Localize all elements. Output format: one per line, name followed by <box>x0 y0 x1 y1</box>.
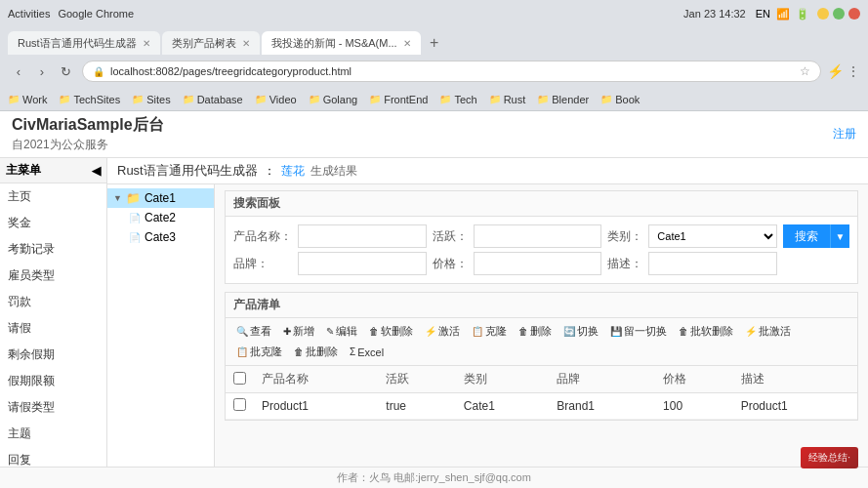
batch-clone-button[interactable]: 📋 批克隆 <box>231 343 287 361</box>
tree-label-cate1: Cate1 <box>145 191 176 205</box>
sidebar-item-bonus[interactable]: 奖金 <box>0 210 106 236</box>
price-input[interactable] <box>474 252 602 275</box>
row-name: Product1 <box>254 393 378 420</box>
clone-button[interactable]: 📋 克隆 <box>467 322 512 341</box>
batch-delete-icon: 🗑 <box>294 346 304 357</box>
row-checkbox[interactable] <box>226 393 254 420</box>
product-list-panel: 产品清单 🔍 查看 ✚ 新增 <box>225 292 858 421</box>
tree-item-cate2[interactable]: 📄 Cate2 <box>123 208 214 227</box>
soft-delete-button[interactable]: 🗑 软删除 <box>364 322 418 341</box>
sidebar-item-leave-type[interactable]: 请假类型 <box>0 394 106 421</box>
table-row[interactable]: Product1 true Cate1 Brand1 100 Product1 <box>226 393 857 420</box>
sidebar-item-remaining-leave[interactable]: 剩余假期 <box>0 342 106 368</box>
menu-icon[interactable]: ⋮ <box>847 63 860 79</box>
bookmark-frontend[interactable]: 📁 FrontEnd <box>369 94 428 105</box>
sidebar-toggle[interactable]: ◀ <box>92 164 101 178</box>
star-icon[interactable]: ☆ <box>800 64 810 78</box>
product-name-input[interactable] <box>298 224 427 248</box>
bookmark-work[interactable]: 📁 Work <box>8 94 47 105</box>
tree-label-cate3: Cate3 <box>145 230 176 244</box>
soft-delete-icon: 🗑 <box>369 326 379 337</box>
select-all-checkbox[interactable] <box>233 372 246 385</box>
edit-icon: ✎ <box>326 326 334 337</box>
sidebar-title: 主菜单 <box>6 162 41 179</box>
list-toolbar: 🔍 查看 ✚ 新增 ✎ 编辑 <box>226 318 857 366</box>
product-table: 产品名称 活跃 类别 品牌 价格 描述 <box>226 366 857 420</box>
sidebar-item-home[interactable]: 主页 <box>0 183 106 210</box>
sidebar-item-leave[interactable]: 请假 <box>0 315 106 342</box>
delete-label: 删除 <box>530 324 552 339</box>
row-select-checkbox[interactable] <box>233 398 246 411</box>
breadcrumb-link[interactable]: 莲花 <box>281 163 305 180</box>
activate-icon: ⚡ <box>425 326 436 337</box>
back-button[interactable]: ‹ <box>8 61 29 82</box>
sidebar-item-penalty[interactable]: 罚款 <box>0 289 106 315</box>
active-input[interactable] <box>474 224 602 248</box>
sidebar-item-reply[interactable]: 回复 <box>0 447 106 467</box>
extension-icon[interactable]: ⚡ <box>827 63 844 79</box>
add-button[interactable]: ✚ 新增 <box>278 322 319 341</box>
col-header-price: 价格 <box>655 366 733 393</box>
sys-icon-battery: 🔋 <box>796 8 809 20</box>
row-brand: Brand1 <box>549 393 655 420</box>
delete-button[interactable]: 🗑 删除 <box>514 322 557 341</box>
window-close-btn[interactable] <box>848 8 860 20</box>
keep-one-toggle-button[interactable]: 💾 留一切换 <box>605 322 672 341</box>
excel-button[interactable]: Σ Excel <box>345 345 389 360</box>
tab-news[interactable]: 我投递的新闻 - MS&A(M... ✕ <box>262 31 421 55</box>
bookmark-techsites[interactable]: 📁 TechSites <box>59 94 120 105</box>
category-select[interactable]: Cate1 Cate2 Cate3 <box>648 224 777 248</box>
sidebar-item-attendance[interactable]: 考勤记录 <box>0 236 106 263</box>
toggle-button[interactable]: 🔄 切换 <box>558 322 603 341</box>
tab-rust-generator[interactable]: Rust语言通用代码生成器 ✕ <box>8 31 160 55</box>
price-label: 价格： <box>433 256 468 272</box>
sidebar-item-employee-type[interactable]: 雇员类型 <box>0 263 106 289</box>
activities-label[interactable]: Activities <box>8 8 50 20</box>
tab-label-category: 类别产品树表 <box>172 36 236 51</box>
tree-item-cate3[interactable]: 📄 Cate3 <box>123 227 214 247</box>
watermark: 经验总结· <box>801 447 858 468</box>
view-button[interactable]: 🔍 查看 <box>231 322 276 341</box>
bookmark-database[interactable]: 📁 Database <box>183 94 243 105</box>
tree-container: ▼ 📁 Cate1 📄 Cate2 📄 Cate3 <box>107 184 214 251</box>
tab-category-product[interactable]: 类别产品树表 ✕ <box>162 31 260 55</box>
tab-close-category[interactable]: ✕ <box>242 38 250 49</box>
sidebar-item-leave-limit[interactable]: 假期限额 <box>0 368 106 394</box>
bookmark-sites[interactable]: 📁 Sites <box>132 94 170 105</box>
col-header-description: 描述 <box>733 366 857 393</box>
bookmark-rust[interactable]: 📁 Rust <box>489 94 526 105</box>
sidebar-item-topic[interactable]: 主题 <box>0 421 106 447</box>
window-maximize-btn[interactable] <box>833 8 845 20</box>
register-button[interactable]: 注册 <box>833 126 856 142</box>
new-tab-button[interactable]: + <box>423 31 446 55</box>
forward-button[interactable]: › <box>31 61 53 82</box>
bookmark-golang[interactable]: 📁 Golang <box>309 94 357 105</box>
tree-item-cate1[interactable]: ▼ 📁 Cate1 <box>107 188 214 208</box>
batch-delete-button[interactable]: 🗑 批删除 <box>289 343 343 361</box>
bookmark-blender[interactable]: 📁 Blender <box>537 94 589 105</box>
tab-close-rust[interactable]: ✕ <box>143 38 150 49</box>
description-label: 描述： <box>607 256 642 272</box>
address-bar[interactable]: 🔒 localhost:8082/pages/treegridcategoryp… <box>82 61 821 82</box>
description-input[interactable] <box>648 252 777 275</box>
activate-button[interactable]: ⚡ 激活 <box>420 322 465 341</box>
batch-soft-delete-button[interactable]: 🗑 批软删除 <box>674 322 738 341</box>
search-button[interactable]: 搜索 <box>783 224 830 248</box>
edit-button[interactable]: ✎ 编辑 <box>321 322 362 341</box>
bookmark-book[interactable]: 📁 Book <box>600 94 640 105</box>
search-dropdown-button[interactable]: ▼ <box>830 224 849 248</box>
search-panel-title: 搜索面板 <box>226 191 857 217</box>
brand-input[interactable] <box>298 252 427 275</box>
bookmark-tech[interactable]: 📁 Tech <box>439 94 476 105</box>
tab-close-news[interactable]: ✕ <box>403 38 411 49</box>
batch-activate-button[interactable]: ⚡ 批激活 <box>740 322 796 341</box>
breadcrumb: Rust语言通用代码生成器 ： 莲花 生成结果 <box>107 158 868 184</box>
refresh-button[interactable]: ↻ <box>55 61 76 82</box>
tree-children: 📄 Cate2 📄 Cate3 <box>107 208 214 247</box>
search-form: 产品名称： 活跃： 类别： Cate1 Cate2 Cate3 <box>226 217 857 283</box>
bookmark-video[interactable]: 📁 Video <box>255 94 297 105</box>
tree-label-cate2: Cate2 <box>145 211 176 224</box>
window-minimize-btn[interactable] <box>817 8 829 20</box>
sys-icon-network: EN <box>756 8 770 20</box>
toggle-label: 切换 <box>577 324 599 339</box>
